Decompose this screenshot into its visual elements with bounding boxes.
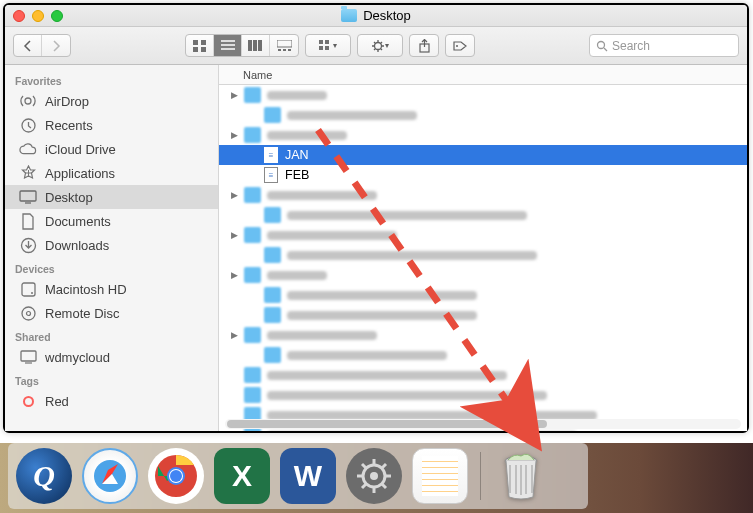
list-item[interactable] [219, 205, 747, 225]
list-view-button[interactable] [214, 35, 242, 56]
close-button[interactable] [13, 10, 25, 22]
list-item[interactable] [219, 105, 747, 125]
folder-icon [244, 127, 261, 143]
file-icon [264, 307, 281, 323]
disclosure-triangle-icon[interactable]: ▶ [231, 90, 240, 100]
disclosure-triangle-icon[interactable]: ▶ [231, 330, 240, 340]
dock-separator [480, 452, 481, 500]
sidebar-item-recents[interactable]: Recents [5, 113, 218, 137]
folder-row[interactable]: ▶ [219, 325, 747, 345]
svg-rect-17 [325, 46, 329, 50]
folder-row[interactable]: ▶ [219, 85, 747, 105]
tags-header: Tags [5, 369, 218, 389]
sidebar-item-wdmycloud[interactable]: wdmycloud [5, 345, 218, 369]
svg-rect-0 [193, 40, 198, 45]
dock-system-preferences[interactable] [346, 448, 402, 504]
svg-rect-3 [201, 47, 206, 52]
column-view-button[interactable] [242, 35, 270, 56]
sidebar-item-label: Applications [45, 166, 115, 181]
sidebar-item-downloads[interactable]: Downloads [5, 233, 218, 257]
dock-chrome[interactable] [148, 448, 204, 504]
file-row-jan[interactable]: ≡JAN [219, 145, 747, 165]
svg-rect-13 [288, 49, 291, 51]
sidebar-item-remote-disc[interactable]: Remote Disc [5, 301, 218, 325]
shared-header: Shared [5, 325, 218, 345]
sidebar-item-desktop[interactable]: Desktop [5, 185, 218, 209]
dock-textedit[interactable] [412, 448, 468, 504]
sidebar-item-label: AirDrop [45, 94, 89, 109]
horizontal-scrollbar[interactable] [225, 419, 741, 429]
sidebar-item-documents[interactable]: Documents [5, 209, 218, 233]
sidebar-item-macintosh-hd[interactable]: Macintosh HD [5, 277, 218, 301]
server-icon [19, 348, 37, 366]
cloud-icon [19, 140, 37, 158]
svg-point-21 [598, 41, 605, 48]
file-list-pane: Name ▶▶≡JAN≡FEB▶▶▶▶ [219, 65, 747, 431]
disclosure-triangle-icon[interactable]: ▶ [231, 130, 240, 140]
share-button[interactable] [410, 35, 438, 56]
list-item[interactable] [219, 345, 747, 365]
minimize-button[interactable] [32, 10, 44, 22]
list-item[interactable] [219, 305, 747, 325]
list-item[interactable] [219, 385, 747, 405]
finder-window: Desktop ▾ ▾ Search Favorites AirDropRece… [3, 3, 749, 433]
file-icon [264, 247, 281, 263]
arrange-button[interactable]: ▾ [306, 35, 350, 56]
svg-rect-11 [278, 49, 281, 51]
svg-point-40 [170, 470, 182, 482]
favorites-header: Favorites [5, 69, 218, 89]
folder-row[interactable]: ▶ [219, 225, 747, 245]
icon-view-button[interactable] [186, 35, 214, 56]
svg-point-18 [375, 42, 382, 49]
svg-point-32 [22, 307, 35, 320]
dock-safari[interactable] [82, 448, 138, 504]
disclosure-triangle-icon[interactable]: ▶ [231, 190, 240, 200]
tags-button[interactable] [446, 35, 474, 56]
gallery-view-button[interactable] [270, 35, 298, 56]
sidebar-tag-red[interactable]: Red [5, 389, 218, 413]
folder-icon [244, 87, 261, 103]
file-icon [264, 287, 281, 303]
nav-buttons [13, 34, 71, 57]
folder-row[interactable]: ▶ [219, 185, 747, 205]
back-button[interactable] [14, 35, 42, 56]
sidebar-item-label: Macintosh HD [45, 282, 127, 297]
svg-line-50 [382, 464, 386, 468]
dock: X W [8, 443, 588, 509]
sidebar-item-airdrop[interactable]: AirDrop [5, 89, 218, 113]
sidebar: Favorites AirDropRecentsiCloud DriveAppl… [5, 65, 219, 431]
folder-icon [341, 9, 357, 22]
sidebar-item-applications[interactable]: Applications [5, 161, 218, 185]
svg-rect-14 [319, 40, 323, 44]
dock-quicktime[interactable] [16, 448, 72, 504]
list-item[interactable] [219, 285, 747, 305]
disclosure-triangle-icon[interactable]: ▶ [231, 270, 240, 280]
file-row-feb[interactable]: ≡FEB [219, 165, 747, 185]
forward-button[interactable] [42, 35, 70, 56]
folder-icon [244, 227, 261, 243]
disc-icon [19, 304, 37, 322]
list-item[interactable] [219, 245, 747, 265]
folder-row[interactable]: ▶ [219, 125, 747, 145]
search-field[interactable]: Search [589, 34, 739, 57]
sidebar-item-label: Documents [45, 214, 111, 229]
dock-excel[interactable]: X [214, 448, 270, 504]
sidebar-item-icloud-drive[interactable]: iCloud Drive [5, 137, 218, 161]
action-button[interactable]: ▾ [358, 35, 402, 56]
doc-icon [19, 212, 37, 230]
dock-trash[interactable] [493, 448, 549, 504]
disclosure-triangle-icon[interactable]: ▶ [231, 230, 240, 240]
svg-rect-9 [258, 40, 262, 51]
zoom-button[interactable] [51, 10, 63, 22]
file-list: ▶▶≡JAN≡FEB▶▶▶▶ [219, 85, 747, 431]
svg-rect-16 [319, 46, 323, 50]
svg-rect-12 [283, 49, 286, 51]
svg-rect-15 [325, 40, 329, 44]
name-column-header[interactable]: Name [219, 65, 747, 85]
svg-rect-7 [248, 40, 252, 51]
folder-row[interactable]: ▶ [219, 265, 747, 285]
list-item[interactable] [219, 365, 747, 385]
dock-word[interactable]: W [280, 448, 336, 504]
svg-point-33 [26, 311, 30, 315]
folder-icon [244, 327, 261, 343]
